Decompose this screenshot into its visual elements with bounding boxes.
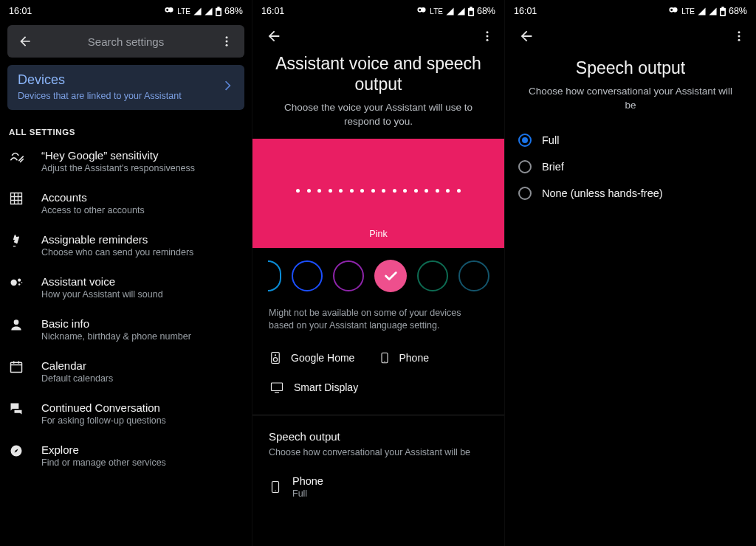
- signal-icon: [446, 7, 454, 15]
- item-basic-info[interactable]: Basic infoNickname, birthday & phone num…: [0, 308, 252, 350]
- svg-point-22: [738, 35, 740, 38]
- item-title: Basic info: [41, 317, 243, 330]
- item-title: Explore: [41, 443, 243, 456]
- signal-icon: [457, 7, 465, 15]
- page-description: Choose how conversational your Assistant…: [505, 84, 756, 122]
- item-subtitle: Find or manage other services: [41, 457, 243, 468]
- voice-preview[interactable]: Pink: [252, 139, 504, 248]
- item-hey-google[interactable]: “Hey Google” sensitivityAdjust the Assis…: [0, 139, 252, 182]
- item-calendar[interactable]: CalendarDefault calendars: [0, 350, 252, 392]
- search-bar[interactable]: Search settings: [7, 25, 244, 58]
- device-smart-display: Smart Display: [269, 373, 379, 401]
- item-subtitle: For asking follow-up questions: [41, 415, 243, 426]
- voice-swatch[interactable]: [292, 260, 323, 291]
- back-button[interactable]: [518, 28, 535, 44]
- svg-rect-8: [11, 362, 22, 372]
- voice-swatch[interactable]: [458, 260, 489, 291]
- devices-card[interactable]: Devices Devices that are linked to your …: [7, 65, 244, 110]
- explore-icon: [9, 443, 41, 458]
- speech-output-pane: 16:01 LTE 68% Speech output Choose how c…: [505, 0, 756, 546]
- status-bar: 16:01 LTE 68%: [252, 0, 504, 19]
- settings-pane: 16:01 LTE 68% Search settings Devices De…: [0, 0, 252, 546]
- item-accounts[interactable]: AccountsAccess to other accounts: [0, 182, 252, 224]
- more-button[interactable]: [732, 30, 746, 43]
- more-icon[interactable]: [213, 35, 240, 48]
- card-subtitle: Devices that are linked to your Assistan…: [18, 91, 182, 101]
- status-network: LTE: [177, 7, 190, 15]
- speech-phone-row[interactable]: Phone Full: [252, 465, 504, 499]
- sensitivity-icon: [9, 149, 41, 165]
- search-input[interactable]: Search settings: [38, 35, 213, 48]
- item-title: “Hey Google” sensitivity: [41, 149, 243, 162]
- status-time: 16:01: [261, 6, 284, 16]
- svg-point-4: [18, 279, 21, 282]
- svg-point-6: [21, 282, 23, 283]
- option-brief[interactable]: Brief: [505, 153, 756, 180]
- device-phone: Phone: [379, 342, 489, 373]
- availability-note: Might not be available on some of your d…: [252, 297, 504, 339]
- item-title: Assignable reminders: [41, 233, 243, 246]
- item-subtitle: Nickname, birthday & phone number: [41, 331, 243, 342]
- item-continued-conversation[interactable]: Continued ConversationFor asking follow-…: [0, 392, 252, 434]
- battery-icon: [216, 7, 221, 16]
- section-label: ALL SETTINGS: [0, 110, 252, 139]
- speech-phone-title: Phone: [292, 475, 323, 487]
- status-battery: 68%: [729, 6, 747, 16]
- item-reminders[interactable]: Assignable remindersChoose who can send …: [0, 224, 252, 266]
- speech-options: Full Brief None (unless hands-free): [505, 122, 756, 207]
- radio-icon: [518, 187, 532, 200]
- vpn-icon: [668, 7, 678, 15]
- voice-swatch[interactable]: [333, 260, 364, 291]
- voice-swatch-selected[interactable]: [374, 260, 407, 292]
- voice-swatch[interactable]: [268, 260, 281, 291]
- svg-point-3: [11, 280, 17, 286]
- option-none[interactable]: None (unless hands-free): [505, 180, 756, 207]
- option-label: Full: [542, 134, 559, 146]
- option-full[interactable]: Full: [505, 127, 756, 153]
- speech-description: Choose how conversational your Assistant…: [252, 447, 504, 465]
- status-network: LTE: [681, 7, 695, 15]
- display-icon: [269, 381, 285, 394]
- status-network: LTE: [430, 7, 443, 15]
- waveform-icon: [252, 189, 504, 193]
- item-subtitle: How your Assistant will sound: [41, 289, 243, 300]
- accounts-icon: [9, 191, 41, 206]
- voice-swatches: [252, 248, 504, 297]
- item-subtitle: Default calendars: [41, 373, 243, 384]
- svg-rect-18: [272, 383, 283, 391]
- status-right: LTE 68%: [668, 6, 747, 16]
- check-icon: [382, 268, 399, 284]
- signal-icon: [193, 7, 202, 15]
- item-subtitle: Access to other accounts: [41, 205, 243, 215]
- item-title: Assistant voice: [41, 275, 243, 288]
- status-battery: 68%: [477, 6, 495, 16]
- back-button[interactable]: [266, 28, 282, 44]
- item-title: Accounts: [41, 191, 243, 204]
- status-bar: 16:01 LTE 68%: [0, 0, 252, 19]
- page-description: Choose the voice your Assistant will use…: [252, 100, 504, 139]
- card-title: Devices: [18, 72, 182, 88]
- more-button[interactable]: [481, 30, 494, 43]
- phone-icon: [269, 478, 282, 496]
- option-label: Brief: [542, 161, 564, 173]
- chevron-right-icon: [221, 79, 234, 95]
- back-icon[interactable]: [12, 34, 38, 49]
- item-assistant-voice[interactable]: Assistant voiceHow your Assistant will s…: [0, 266, 252, 308]
- svg-point-2: [226, 44, 228, 46]
- phone-icon: [379, 350, 391, 366]
- voice-swatch[interactable]: [417, 260, 448, 291]
- status-battery: 68%: [224, 6, 243, 16]
- radio-icon: [518, 134, 532, 147]
- app-bar: [505, 19, 756, 53]
- assistant-icon: [9, 275, 41, 290]
- svg-point-12: [487, 39, 489, 41]
- svg-point-5: [18, 283, 21, 286]
- status-time: 16:01: [9, 6, 32, 16]
- item-explore[interactable]: ExploreFind or manage other services: [0, 434, 252, 476]
- vpn-icon: [416, 7, 427, 15]
- svg-point-11: [487, 35, 489, 38]
- device-label: Google Home: [291, 352, 354, 364]
- conversation-icon: [9, 401, 41, 416]
- device-label: Phone: [399, 352, 429, 364]
- page-title: Assistant voice and speech output: [252, 53, 504, 100]
